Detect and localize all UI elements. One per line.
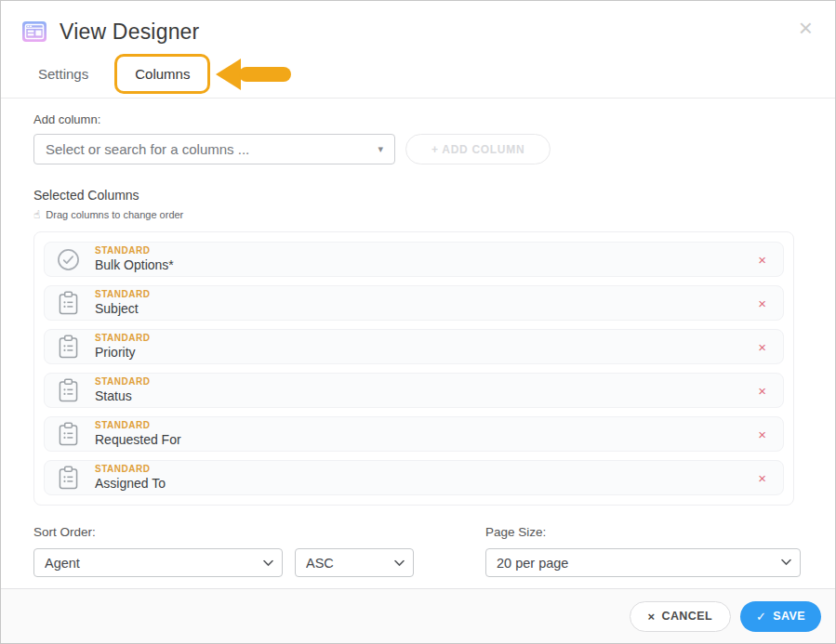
clipboard-icon — [59, 422, 78, 446]
selected-column-row[interactable]: STANDARD Status × — [44, 373, 784, 408]
sort-order-group: Sort Order: Agent ASC — [33, 525, 414, 577]
cancel-button[interactable]: × CANCEL — [630, 601, 731, 632]
column-type-badge: STANDARD — [95, 376, 150, 388]
column-type-badge: STANDARD — [95, 420, 181, 432]
add-column-placeholder: Select or search for a columns ... — [46, 141, 249, 157]
drag-hint: ☝ Drag columns to change order — [33, 209, 794, 220]
clipboard-icon — [59, 466, 78, 490]
add-column-label: Add column: — [33, 112, 794, 126]
save-button[interactable]: ✓ SAVE — [740, 601, 821, 632]
selected-column-row[interactable]: STANDARD Assigned To × — [44, 460, 784, 495]
column-name: Priority — [95, 345, 150, 361]
x-icon: × — [648, 611, 656, 623]
clipboard-icon — [59, 378, 78, 402]
remove-column-icon[interactable]: × — [758, 296, 766, 310]
column-name: Requested For — [95, 432, 181, 449]
add-column-row: Select or search for a columns ... ▾ + A… — [33, 134, 794, 164]
column-type-badge: STANDARD — [95, 464, 166, 476]
page-size-select[interactable]: 20 per page — [485, 548, 801, 577]
arrow-bar — [239, 67, 291, 82]
close-icon[interactable]: × — [799, 16, 813, 40]
column-name: Bulk Options* — [95, 257, 174, 274]
check-circle-icon — [57, 248, 80, 271]
add-column-select[interactable]: Select or search for a columns ... ▾ — [33, 134, 395, 164]
tab-settings[interactable]: Settings — [38, 66, 88, 82]
caret-down-icon: ▾ — [378, 143, 383, 155]
clipboard-icon — [59, 291, 78, 315]
check-icon: ✓ — [756, 611, 766, 623]
column-type-badge: STANDARD — [95, 333, 150, 345]
selected-columns-list: STANDARD Bulk Options* × — [33, 231, 794, 506]
selected-column-row[interactable]: STANDARD Bulk Options* × — [44, 242, 784, 277]
column-type-badge: STANDARD — [95, 289, 150, 301]
arrow-head — [216, 59, 241, 90]
annotation-arrow-icon — [216, 59, 291, 90]
remove-column-icon[interactable]: × — [758, 384, 766, 398]
clipboard-icon — [59, 335, 78, 359]
add-column-button[interactable]: + ADD COLUMN — [405, 134, 551, 164]
page-title: View Designer — [60, 20, 199, 45]
sort-order-label: Sort Order: — [33, 525, 414, 539]
tab-bar: Settings Columns — [1, 50, 835, 99]
selected-columns-heading: Selected Columns — [33, 188, 794, 203]
sort-field-select[interactable]: Agent — [33, 548, 283, 577]
column-name: Subject — [95, 301, 150, 318]
tab-columns[interactable]: Columns — [114, 54, 210, 94]
hand-pointer-icon: ☝ — [33, 209, 40, 220]
view-designer-dialog: View Designer × Settings Columns Add col… — [0, 0, 836, 644]
sort-direction-select[interactable]: ASC — [295, 548, 414, 577]
options-row: Sort Order: Agent ASC — [33, 525, 794, 577]
remove-column-icon[interactable]: × — [758, 427, 766, 441]
remove-column-icon[interactable]: × — [758, 340, 766, 354]
dialog-footer: × CANCEL ✓ SAVE — [1, 588, 835, 643]
page-size-label: Page Size: — [485, 525, 801, 539]
drag-hint-text: Drag columns to change order — [46, 209, 183, 220]
remove-column-icon[interactable]: × — [758, 471, 766, 485]
dialog-header: View Designer × — [1, 1, 835, 45]
dialog-body: Add column: Select or search for a colum… — [1, 99, 835, 577]
selected-column-row[interactable]: STANDARD Requested For × — [44, 416, 784, 452]
view-designer-icon — [21, 19, 47, 45]
page-size-group: Page Size: 20 per page — [485, 525, 801, 577]
column-name: Assigned To — [95, 476, 166, 493]
column-name: Status — [95, 388, 150, 405]
selected-column-row[interactable]: STANDARD Priority × — [44, 329, 784, 364]
remove-column-icon[interactable]: × — [758, 253, 766, 267]
selected-column-row[interactable]: STANDARD Subject × — [44, 285, 784, 321]
column-type-badge: STANDARD — [95, 245, 174, 257]
